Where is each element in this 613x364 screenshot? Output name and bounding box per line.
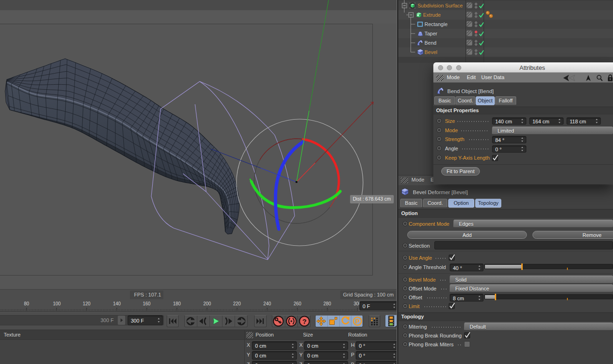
svg-text:P: P <box>356 318 360 325</box>
svg-text:?: ? <box>302 317 306 325</box>
